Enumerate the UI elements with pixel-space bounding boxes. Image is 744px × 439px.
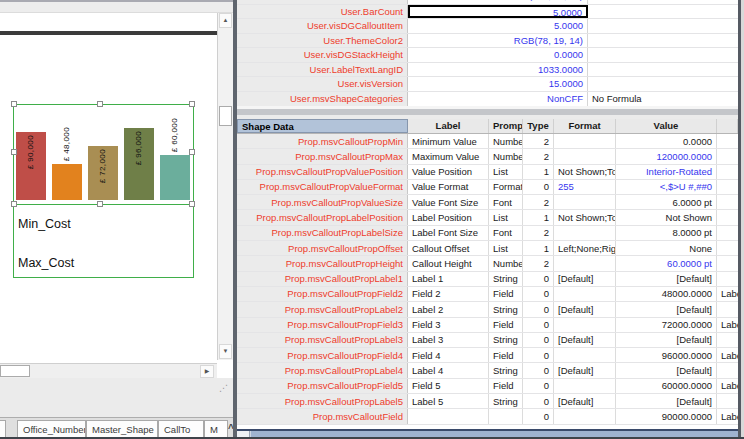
cell-prompt[interactable]: Field	[489, 318, 523, 332]
cell-prompt[interactable]: List	[489, 210, 523, 224]
cell-label[interactable]: Minimum Value	[408, 134, 489, 148]
cell-name[interactable]: User.visDGCalloutItem	[237, 19, 408, 33]
cell-label[interactable]: Label Position	[408, 210, 489, 224]
cell-name[interactable]: Prop.msvCalloutPropLabel2	[237, 302, 408, 316]
scroll-right-icon[interactable]: ▶	[200, 365, 214, 378]
cell-type[interactable]: 2	[523, 226, 554, 240]
selection-handle[interactable]	[11, 149, 17, 155]
cell-format[interactable]	[554, 287, 616, 301]
cell-type[interactable]: 0	[523, 363, 554, 377]
cell-format[interactable]: Not Shown;To	[554, 165, 616, 179]
scroll-up-icon[interactable]: ▲	[219, 13, 232, 28]
cell-value[interactable]: 15.0000	[408, 77, 588, 91]
data-column-callto[interactable]: CallTo	[158, 420, 204, 438]
cell-prompt[interactable]: String	[489, 302, 523, 316]
cell-label[interactable]: Value Format	[408, 180, 489, 194]
cell-name[interactable]: Prop.msvCalloutPropLabel5	[237, 394, 408, 408]
cell-sort-key[interactable]	[717, 272, 738, 286]
cell-sort-key[interactable]: Label 5	[717, 379, 738, 393]
cell-formula[interactable]	[588, 48, 738, 62]
cell-label[interactable]: Field 3	[408, 318, 489, 332]
cell-format[interactable]	[554, 409, 616, 423]
cell-format[interactable]: 255	[554, 180, 616, 194]
cell-name[interactable]: Prop.msvCalloutPropLabel1	[237, 272, 408, 286]
cell-name[interactable]: User.visVersion	[237, 77, 408, 91]
selection-handle[interactable]	[189, 149, 195, 155]
cell-format[interactable]: Left;None;Rig	[554, 241, 616, 255]
selection-handle[interactable]	[11, 101, 17, 107]
cell-name[interactable]: Prop.msvCalloutPropHeight	[237, 256, 408, 270]
cell-label[interactable]: Label 1	[408, 272, 489, 286]
cell-prompt[interactable]	[489, 409, 523, 423]
cell-type[interactable]: 0	[523, 394, 554, 408]
cell-name[interactable]: Prop.msvCalloutPropOffset	[237, 241, 408, 255]
cell-type[interactable]: 1	[523, 210, 554, 224]
cell-value[interactable]: 1033.0000	[408, 63, 588, 77]
cell-value[interactable]: 6.0000 pt	[616, 195, 717, 209]
scrollbar-corner-box[interactable]	[237, 431, 250, 437]
cell-label[interactable]: Label 2	[408, 302, 489, 316]
cell-formula[interactable]	[588, 0, 738, 4]
cell-name[interactable]: Prop.msvCalloutPropField5	[237, 379, 408, 393]
cell-name[interactable]: Prop.msvCalloutPropLabelSize	[237, 226, 408, 240]
cell-name[interactable]: Prop.msvCalloutPropLabel3	[237, 333, 408, 347]
cell-prompt[interactable]: List	[489, 241, 523, 255]
cell-name[interactable]: Prop.msvCalloutPropValuePosition	[237, 165, 408, 179]
cell-label[interactable]: Callout Height	[408, 256, 489, 270]
cell-type[interactable]: 0	[523, 333, 554, 347]
cell-label[interactable]: Callout Offset	[408, 241, 489, 255]
cell-type[interactable]: 0	[523, 409, 554, 423]
cell-sort-key[interactable]	[717, 180, 738, 194]
cell-type[interactable]: 0	[523, 302, 554, 316]
cell-name[interactable]: User.LabelTextLangID	[237, 63, 408, 77]
cell-prompt[interactable]: Font	[489, 195, 523, 209]
cell-label[interactable]: Value Position	[408, 165, 489, 179]
cell-formula[interactable]: No Formula	[588, 92, 738, 106]
cell-label[interactable]: Field 2	[408, 287, 489, 301]
cell-type[interactable]: 2	[523, 256, 554, 270]
cell-name[interactable]: Prop.msvCalloutField	[237, 409, 408, 423]
cell-name[interactable]: Prop.msvCalloutPropValueFormat	[237, 180, 408, 194]
cell-value[interactable]: [Default]	[616, 394, 717, 408]
cell-name[interactable]: User.visDGStackHeight	[237, 48, 408, 62]
cell-prompt[interactable]: Field	[489, 348, 523, 362]
cell-sort-key[interactable]	[717, 226, 738, 240]
cell-type[interactable]: 2	[523, 149, 554, 163]
cell-sort-key[interactable]	[717, 195, 738, 209]
cell-prompt[interactable]: String	[489, 272, 523, 286]
cell-value[interactable]: Interior-Rotated	[616, 165, 717, 179]
shapesheet-scroll-thumb[interactable]	[251, 431, 738, 437]
shape-text-min-cost[interactable]: Min_Cost	[18, 217, 71, 231]
cell-type[interactable]: 1	[523, 241, 554, 255]
cell-label[interactable]: Field 4	[408, 348, 489, 362]
cell-name[interactable]: Prop.msvCalloutPropMax	[237, 149, 408, 163]
cell-sort-key[interactable]: Label 4	[717, 348, 738, 362]
cell-prompt[interactable]: Number	[489, 256, 523, 270]
cell-label[interactable]: Label 4	[408, 363, 489, 377]
cell-label[interactable]: Label Font Size	[408, 226, 489, 240]
cell-formula[interactable]	[588, 77, 738, 91]
cell-prompt[interactable]: String	[489, 394, 523, 408]
cell-format[interactable]	[554, 256, 616, 270]
cell-type[interactable]: 0	[523, 287, 554, 301]
selection-handle[interactable]	[189, 201, 195, 207]
cell-sort-key[interactable]	[717, 210, 738, 224]
cell-format[interactable]: [Default]	[554, 272, 616, 286]
cell-format[interactable]: [Default]	[554, 333, 616, 347]
cell-value[interactable]: None	[616, 241, 717, 255]
cell-name[interactable]: Prop.msvCalloutPropMin	[237, 134, 408, 148]
cell-prompt[interactable]: Font	[489, 226, 523, 240]
cell-prompt[interactable]: Field	[489, 287, 523, 301]
cell-formula[interactable]	[588, 19, 738, 33]
horizontal-scroll-thumb[interactable]	[0, 365, 30, 377]
cell-name[interactable]: User.ThemeColor2	[237, 34, 408, 48]
cell-prompt[interactable]: String	[489, 363, 523, 377]
cell-value[interactable]: RGB(192, 60, 70)	[408, 0, 588, 4]
cell-value[interactable]: 5.0000	[408, 19, 588, 33]
cell-prompt[interactable]: Number	[489, 149, 523, 163]
cell-format[interactable]	[554, 379, 616, 393]
cell-type[interactable]: 0	[523, 379, 554, 393]
cell-value[interactable]: 120000.0000	[616, 149, 717, 163]
cell-name[interactable]: Prop.msvCalloutPropLabelPosition	[237, 210, 408, 224]
cell-label[interactable]	[408, 409, 489, 423]
